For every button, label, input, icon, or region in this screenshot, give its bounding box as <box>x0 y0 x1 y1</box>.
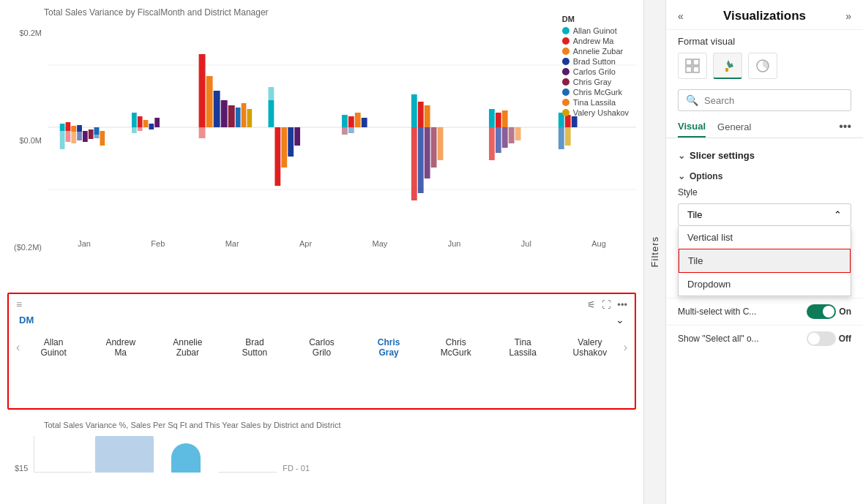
x-label-jan: Jan <box>78 239 91 248</box>
slicer-item-3[interactable]: AnnelieZubar <box>165 337 209 358</box>
multi-select-label: Multi-select with C... <box>678 306 756 317</box>
analytics-icon <box>755 58 771 74</box>
slicer-item-4[interactable]: BradSutton <box>233 337 277 358</box>
tab-visual[interactable]: Visual <box>678 121 706 138</box>
svg-rect-44 <box>411 94 417 127</box>
slicer-item-9[interactable]: ValeryUshakov <box>568 337 612 358</box>
legend-label-9: Valery Ushakov <box>573 108 629 117</box>
svg-rect-56 <box>496 127 501 153</box>
multi-select-toggle[interactable]: On <box>807 304 851 319</box>
options-chevron: ⌄ <box>678 171 685 181</box>
slicer-settings-section[interactable]: ⌄ Slicer settings <box>666 146 863 165</box>
style-option-vertical[interactable]: Vertical list <box>679 226 851 249</box>
svg-rect-68 <box>693 67 699 72</box>
format-icon-analytics[interactable] <box>748 53 777 79</box>
svg-rect-46 <box>425 105 430 127</box>
panel-nav-right[interactable]: » <box>845 10 851 22</box>
svg-rect-42 <box>342 127 348 135</box>
legend-item-7: Chris McGurk <box>562 88 629 97</box>
search-input[interactable] <box>704 95 843 106</box>
show-select-all-pill[interactable] <box>807 331 836 346</box>
options-header[interactable]: ⌄ Options <box>678 168 851 184</box>
legend-item-9: Valery Ushakov <box>562 108 629 117</box>
slicer-item-8[interactable]: TinaLassila <box>501 337 545 358</box>
x-axis: Jan Feb Mar Apr May Jun Jul Aug <box>48 236 636 248</box>
svg-rect-17 <box>138 116 143 127</box>
svg-rect-64 <box>565 127 571 146</box>
legend-dot-5 <box>562 68 569 75</box>
bottom-chart-title: Total Sales Variance %, Sales Per Sq Ft … <box>44 421 636 429</box>
more-options-icon[interactable]: ••• <box>617 299 627 310</box>
tabs-row: Visual General ••• <box>666 116 863 138</box>
slicer-collapse-icon[interactable]: ⌄ <box>616 314 624 326</box>
style-dropdown-selected[interactable]: Tile ⌃ <box>678 203 851 226</box>
show-select-all-state: Off <box>839 334 851 344</box>
tab-more-icon[interactable]: ••• <box>839 120 851 138</box>
svg-rect-25 <box>214 91 220 127</box>
svg-rect-10 <box>100 131 105 146</box>
tab-general[interactable]: General <box>717 121 751 137</box>
legend-label-2: Andrew Ma <box>573 37 614 45</box>
svg-rect-65 <box>686 59 692 65</box>
style-option-tile[interactable]: Tile <box>679 249 851 273</box>
svg-rect-45 <box>418 102 424 127</box>
svg-rect-43 <box>348 127 354 133</box>
multi-select-state: On <box>839 306 851 317</box>
svg-rect-40 <box>355 113 361 127</box>
focus-mode-icon[interactable]: ⛶ <box>602 299 611 310</box>
chart-title: Total Sales Variance by FiscalMonth and … <box>44 7 636 18</box>
multi-select-pill[interactable] <box>807 304 836 319</box>
format-icon-paint[interactable] <box>713 53 742 79</box>
svg-rect-19 <box>149 124 154 129</box>
svg-rect-69 <box>725 68 728 72</box>
panel-title: Visualizations <box>723 9 806 23</box>
slicer-item-2[interactable]: AndrewMa <box>99 337 143 358</box>
options-section: ⌄ Options Style Tile ⌃ Vertical list Til… <box>666 165 863 232</box>
right-panel: « Visualizations » Format visual <box>665 0 863 504</box>
multi-select-row: Multi-select with C... On <box>666 298 863 325</box>
slicer-visual: ≡ ⚟ ⛶ ••• DM ⌄ ‹ AllanGuinot AndrewMa An… <box>7 293 636 410</box>
filter-icon[interactable]: ⚟ <box>587 299 596 310</box>
style-option-dropdown[interactable]: Dropdown <box>679 273 851 296</box>
slicer-settings-chevron: ⌄ <box>678 151 685 161</box>
slicer-header: ≡ ⚟ ⛶ ••• <box>16 298 627 310</box>
slicer-item-5[interactable]: CarlosGrilo <box>300 337 344 358</box>
legend-item-1: Allan Guinot <box>562 26 629 35</box>
slicer-item-6[interactable]: ChrisGray <box>367 337 411 358</box>
svg-rect-47 <box>411 127 417 200</box>
style-dropdown[interactable]: Tile ⌃ Vertical list Tile Dropdown <box>678 203 851 226</box>
legend-item-3: Annelie Zubar <box>562 47 629 56</box>
show-select-all-toggle[interactable]: Off <box>807 331 851 346</box>
drag-handle-icon: ≡ <box>16 298 22 310</box>
svg-rect-55 <box>489 127 495 160</box>
svg-rect-14 <box>77 127 82 140</box>
legend-dot-4 <box>562 58 569 65</box>
format-icon-grid[interactable] <box>678 53 707 79</box>
slicer-scroll-right[interactable]: › <box>624 341 627 354</box>
svg-rect-49 <box>425 127 430 178</box>
slicer-items-list: AllanGuinot AndrewMa AnnelieZubar BradSu… <box>20 330 623 365</box>
filters-label: Filters <box>649 236 660 267</box>
style-label: Style <box>678 184 851 200</box>
svg-rect-30 <box>247 109 252 127</box>
panel-nav-left[interactable]: « <box>678 10 684 22</box>
svg-rect-57 <box>502 127 508 148</box>
svg-rect-48 <box>418 127 424 193</box>
legend-item-5: Carlos Grilo <box>562 67 629 76</box>
format-visual-label: Format visual <box>666 30 863 50</box>
panel-header: « Visualizations » <box>666 0 863 30</box>
bottom-y-value: $15 <box>15 464 28 473</box>
slicer-item-1[interactable]: AllanGuinot <box>31 337 75 358</box>
svg-rect-12 <box>66 127 71 142</box>
svg-rect-38 <box>342 115 348 127</box>
svg-rect-24 <box>206 76 213 127</box>
svg-rect-52 <box>489 109 495 127</box>
slicer-item-7[interactable]: ChrisMcGurk <box>434 337 478 358</box>
x-label-jul: Jul <box>521 239 531 248</box>
filters-panel[interactable]: Filters <box>643 0 665 504</box>
svg-rect-53 <box>496 113 501 127</box>
y-label-top: $0.2M <box>19 29 42 37</box>
svg-rect-11 <box>60 131 65 149</box>
svg-rect-66 <box>693 59 699 65</box>
search-box[interactable]: 🔍 <box>678 89 851 111</box>
